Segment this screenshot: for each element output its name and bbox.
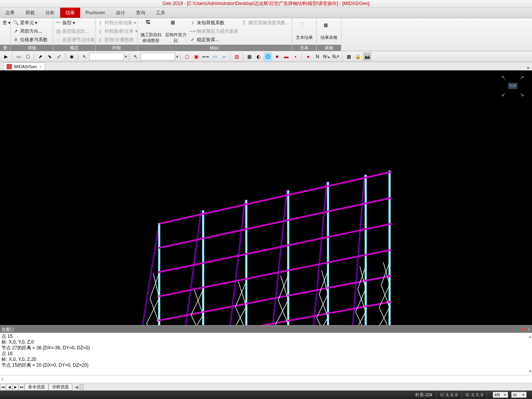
- unit-force[interactable]: kN▾: [493, 392, 508, 398]
- link-icon[interactable]: ⟷: [201, 52, 210, 61]
- svg-line-32: [191, 315, 203, 325]
- shade3-icon[interactable]: ▪: [291, 52, 300, 61]
- arrow-sw-icon[interactable]: ↙: [501, 91, 506, 97]
- doc-tab-midas[interactable]: MIDAS/Gen ×: [3, 62, 45, 70]
- elem-num2-icon[interactable]: N↗: [332, 52, 340, 61]
- construction-stage-button[interactable]: 🏗 施工阶段柱收缩图形: [140, 19, 162, 44]
- stability-check-button[interactable]: ✓稳定验算...: [190, 36, 238, 44]
- select-window-icon[interactable]: ⬊: [45, 52, 54, 61]
- unit-length[interactable]: m▾: [511, 392, 527, 398]
- tab-last-icon[interactable]: ⏭: [19, 384, 24, 390]
- app-icon: [7, 64, 12, 69]
- beam-element-button[interactable]: 🔍梁单元 ▾: [13, 19, 48, 27]
- arrow-se-icon[interactable]: ↘: [520, 91, 524, 97]
- menu-load[interactable]: 荷载: [20, 8, 40, 18]
- group-deform-label: 变: [0, 45, 10, 51]
- select-icon[interactable]: ▭: [14, 52, 23, 61]
- scroll-up-icon[interactable]: ▴: [529, 334, 531, 339]
- node-num-icon[interactable]: N: [313, 52, 322, 61]
- select-input-2[interactable]: [141, 53, 175, 60]
- tab-hscroll[interactable]: ◀: [72, 384, 532, 390]
- status-u: U: 3, 0, 0: [436, 391, 462, 399]
- text-result-button[interactable]: 📄 文本结果: [294, 19, 314, 44]
- th-result-button[interactable]: ⫿时程分析结果 ▾: [98, 19, 138, 27]
- hidden-icon[interactable]: ▣: [192, 52, 200, 61]
- elem-num-icon[interactable]: N↘: [322, 52, 331, 61]
- shade2-icon[interactable]: ▬: [282, 52, 290, 61]
- tendon-icon: ⟿: [190, 28, 195, 34]
- camera-icon[interactable]: 📷: [363, 52, 371, 61]
- response-node-button[interactable]: ◦反应谱节点结果: [55, 36, 95, 44]
- svg-line-33: [191, 290, 203, 315]
- message-body[interactable]: ▴ 点 15 标: X,0, Y,0, Z,0 节点 27的距离 = 36 (D…: [0, 333, 532, 375]
- menu-query[interactable]: 查询: [131, 8, 151, 18]
- viewcube-face[interactable]: TOP: [508, 83, 517, 89]
- graph-icon: ⫿: [98, 20, 103, 25]
- shade-icon[interactable]: ■: [273, 52, 281, 61]
- deform-button[interactable]: 变 ▾: [2, 19, 10, 27]
- menu-design[interactable]: 设计: [111, 8, 131, 18]
- view-cube[interactable]: ↖ ↗ ↙ ↘ TOP: [501, 74, 524, 97]
- shrink-icon[interactable]: ▭: [210, 52, 219, 61]
- wireframe-icon[interactable]: ▦: [245, 52, 253, 61]
- tendon-loss-button[interactable]: ⟿钢束预应力损失图表: [190, 27, 238, 35]
- close-icon[interactable]: ×: [39, 64, 42, 69]
- scroll-down-icon[interactable]: ▾: [529, 369, 531, 374]
- svg-line-4: [270, 190, 287, 325]
- scroll-thumb[interactable]: [80, 384, 84, 390]
- tab-command-info[interactable]: 命令信息: [25, 384, 49, 391]
- menu-analysis[interactable]: 分析: [40, 8, 60, 18]
- svg-line-1: [134, 223, 159, 325]
- tab-analysis-info[interactable]: 分析信息: [49, 384, 72, 391]
- render-icon[interactable]: 🌐: [263, 52, 272, 61]
- command-input[interactable]: [3, 376, 532, 383]
- run-icon[interactable]: ▶: [2, 52, 10, 61]
- select-poly-icon[interactable]: ⬠: [23, 52, 32, 61]
- ribbon: 变 ▾ 变 🔍梁单元 ▾ ↗局部方向... ≡位移参与系数 详细 〰振型 ▾ ▤…: [0, 18, 532, 51]
- pointer-icon[interactable]: ↖: [80, 52, 89, 61]
- mode-shape-button[interactable]: 〰振型 ▾: [55, 19, 95, 27]
- group-mode-label: 模态: [53, 45, 95, 51]
- disp-part-button[interactable]: ≡位移参与系数: [13, 36, 48, 44]
- select-all-icon[interactable]: ◉: [67, 52, 76, 61]
- tab-prev-icon[interactable]: ◀: [7, 384, 12, 390]
- menu-bar: 边界 荷载 分析 结果 Pushover 设计 查询 工具: [0, 8, 532, 18]
- building-icon: 🏗: [146, 20, 156, 30]
- check-icon: ✓: [190, 37, 195, 42]
- th-chart-button[interactable]: ⫿时程图表/文本 ▾: [98, 27, 138, 35]
- result-table-button[interactable]: ▦ 结果表格: [319, 19, 339, 44]
- svg-line-25: [147, 298, 159, 323]
- status-g: G: 3, 0, 0: [462, 391, 487, 399]
- select-input-1[interactable]: [89, 53, 124, 60]
- tab-next-icon[interactable]: ▶: [13, 384, 18, 390]
- story-yield-button[interactable]: Σ楼层屈服强度系数...: [242, 19, 289, 27]
- solid-icon[interactable]: ◐: [254, 52, 263, 61]
- menu-tools[interactable]: 工具: [151, 8, 171, 18]
- unknown-load-button[interactable]: ↕未知荷载系数: [190, 19, 238, 27]
- pointer2-icon[interactable]: ↖: [131, 52, 140, 61]
- story-shear-button[interactable]: ▦ 层构件剪力比: [165, 19, 186, 44]
- arrow-ne-icon[interactable]: ↗: [520, 74, 524, 80]
- pin-icon[interactable]: 📌: [520, 327, 526, 332]
- select-single-icon[interactable]: ⬈: [36, 52, 45, 61]
- stage-chart-button[interactable]: ⫿阶段/步骤图表: [98, 36, 138, 44]
- arrow-nw-icon[interactable]: ↖: [501, 74, 506, 80]
- lock-icon[interactable]: ▦: [344, 52, 353, 61]
- close-panel-icon[interactable]: ×: [526, 327, 532, 332]
- svg-line-42: [276, 324, 289, 325]
- frame-icon[interactable]: ▢: [183, 52, 191, 61]
- menu-boundary[interactable]: 边界: [0, 8, 20, 18]
- lock2-icon[interactable]: 🔒: [354, 52, 362, 61]
- tab-scroll-icon[interactable]: ▸: [525, 65, 532, 70]
- local-dir-button[interactable]: ↗局部方向...: [13, 27, 48, 35]
- menu-results[interactable]: 结果: [60, 8, 80, 18]
- msg-line: 节点 27的距离 = 36 (DX=-36, DY=0, DZ=0): [2, 345, 530, 351]
- select-cross-icon[interactable]: ⤢: [55, 52, 63, 61]
- damping-button[interactable]: ▤振型阻尼比...: [55, 27, 95, 35]
- plane-icon[interactable]: ▨: [232, 52, 241, 61]
- menu-pushover[interactable]: Pushover: [80, 8, 111, 18]
- perspective-icon[interactable]: ▱: [220, 52, 228, 61]
- viewport-3d[interactable]: ↖ ↗ ↙ ↘ TOP: [0, 70, 532, 325]
- record-icon[interactable]: ●: [304, 52, 312, 61]
- tab-first-icon[interactable]: ⏮: [0, 384, 6, 390]
